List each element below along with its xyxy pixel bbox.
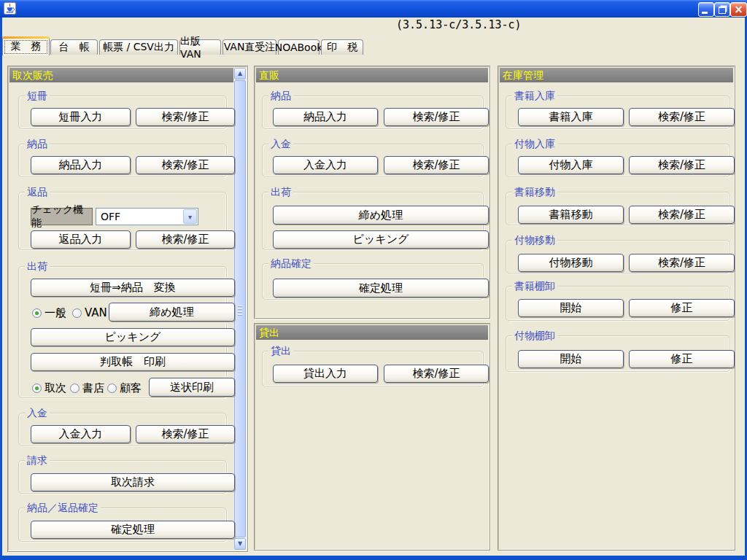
group-label: 入金 [25, 407, 50, 419]
shime-shori-button[interactable]: 締め処理 [109, 303, 235, 322]
radio-van[interactable]: VAN [72, 307, 107, 319]
kakutei-shori-button[interactable]: 確定処理 [273, 279, 489, 298]
group-label: 貸出 [268, 345, 293, 357]
tsukimono-ido-search-edit-button[interactable]: 検索/修正 [629, 254, 735, 272]
version-text: (3.5.13-c/3.5.13-c) [396, 18, 522, 31]
kakutei-shori-button[interactable]: 確定処理 [31, 521, 235, 539]
tanzaku-search-edit-button[interactable]: 検索/修正 [136, 108, 235, 126]
radio-shoten[interactable]: 書店 [70, 382, 104, 394]
combo-selected-value: OFF [101, 211, 120, 222]
tanzaku-input-button[interactable]: 短冊入力 [31, 108, 131, 126]
radio-icon [70, 384, 80, 393]
tsukimono-nyuko-button[interactable]: 付物入庫 [518, 156, 624, 174]
kashidashi-search-edit-button[interactable]: 検索/修正 [384, 365, 489, 383]
henpin-input-button[interactable]: 返品入力 [31, 230, 131, 249]
toritsugi-seikyu-button[interactable]: 取次請求 [31, 473, 235, 491]
shoseki-ido-button[interactable]: 書籍移動 [518, 206, 624, 224]
minimize-icon [702, 12, 708, 14]
application-window: × (3.5.13-c/3.5.13-c) 業 務 台 帳 帳票 / CSV出力… [0, 0, 747, 560]
group-label: 書籍入庫 [512, 90, 557, 102]
group-shoseki-nyuko: 書籍入庫 書籍入庫 検索/修正 [506, 96, 730, 129]
group-label: 納品 [268, 90, 293, 102]
group-nohin: 納品 納品入力 検索/修正 [262, 96, 484, 129]
shoseki-tanaoroshi-edit-button[interactable]: 修正 [629, 299, 735, 317]
chevron-down-icon[interactable]: ▾ [183, 209, 197, 224]
group-nyukin: 入金 入金入力 検索/修正 [18, 413, 227, 446]
panel-title: 在庫管理 [500, 68, 733, 82]
scroll-up-button[interactable]: ▲ [234, 68, 246, 79]
tsukimono-nyuko-search-edit-button[interactable]: 検索/修正 [629, 156, 735, 174]
shoseki-ido-search-edit-button[interactable]: 検索/修正 [629, 206, 735, 224]
radio-kokyaku[interactable]: 顧客 [107, 382, 142, 394]
nohin-input-button[interactable]: 納品入力 [273, 108, 378, 126]
shoseki-nyuko-button[interactable]: 書籍入庫 [518, 108, 624, 126]
tab-label: VAN直受注 [224, 41, 276, 54]
shime-shori-button[interactable]: 締め処理 [273, 206, 489, 225]
panel-zaiko-kanri: 在庫管理 書籍入庫 書籍入庫 検索/修正 付物入庫 付物入庫 検索/修正 書籍移… [498, 66, 735, 551]
group-tanzaku: 短冊 短冊入力 検索/修正 [18, 96, 227, 129]
radio-ippan[interactable]: 一般 [32, 307, 66, 319]
panel-toritsugi-hanbai: 取次販売 ▲ ▼ 短冊 短冊入力 検索/修正 納品 納品入力 検索/修正 返品 … [7, 66, 248, 552]
nohin-input-button[interactable]: 納品入力 [31, 156, 131, 174]
henpin-search-edit-button[interactable]: 検索/修正 [136, 230, 235, 249]
close-icon: × [734, 4, 743, 15]
tsukimono-tanaoroshi-start-button[interactable]: 開始 [518, 350, 624, 368]
radio-icon [107, 384, 117, 393]
tab-gyomu[interactable]: 業 務 [2, 36, 50, 55]
group-label: 書籍棚卸 [512, 280, 557, 292]
maximize-button[interactable] [714, 2, 730, 17]
titlebar[interactable]: × [0, 0, 747, 18]
shoseki-nyuko-search-edit-button[interactable]: 検索/修正 [629, 108, 735, 126]
radio-toritsugi[interactable]: 取次 [32, 382, 66, 394]
group-label: 返品 [25, 186, 50, 198]
check-mode-select[interactable]: OFF ▾ [96, 208, 198, 225]
nyukin-search-edit-button[interactable]: 検索/修正 [136, 425, 235, 443]
group-label: 請求 [25, 454, 50, 467]
scrollbar[interactable]: ▲ ▼ [234, 68, 246, 550]
tsukimono-ido-button[interactable]: 付物移動 [518, 254, 624, 272]
group-label: 付物移動 [512, 234, 557, 246]
group-nohin-kakutei: 納品確定 確定処理 [262, 263, 484, 300]
panel-title: 貸出 [256, 325, 488, 340]
tab-van-chokujuchu[interactable]: VAN直受注 [222, 39, 276, 55]
group-kashidashi: 貸出 貸出入力 検索/修正 [262, 351, 484, 387]
tsukimono-tanaoroshi-edit-button[interactable]: 修正 [629, 350, 735, 368]
tab-inzei[interactable]: 印 税 [321, 39, 363, 55]
tab-choyho-csv[interactable]: 帳票 / CSV出力 [99, 39, 178, 55]
group-shoseki-tanaoroshi: 書籍棚卸 開始 修正 [506, 286, 730, 321]
tab-shuppan-van[interactable]: 出版VAN [179, 39, 221, 55]
group-nohin: 納品 納品入力 検索/修正 [18, 144, 227, 177]
tanzaku-to-nohin-convert-button[interactable]: 短冊⇒納品 変換 [31, 279, 235, 297]
scroll-thumb[interactable] [234, 80, 246, 537]
tab-label: 出版VAN [180, 35, 220, 60]
group-label: 出荷 [25, 260, 50, 273]
nyukin-input-button[interactable]: 入金入力 [31, 425, 131, 443]
tab-label: 帳票 / CSV出力 [103, 41, 174, 54]
picking-button[interactable]: ピッキング [31, 328, 235, 346]
panel-title: 直販 [256, 68, 488, 82]
group-shoseki-ido: 書籍移動 書籍移動 検索/修正 [506, 192, 730, 225]
group-label: 入金 [268, 138, 293, 150]
minimize-button[interactable] [698, 2, 714, 17]
tab-daicho[interactable]: 台 帳 [50, 39, 98, 55]
nyukin-input-button[interactable]: 入金入力 [273, 156, 378, 174]
group-tsukimono-ido: 付物移動 付物移動 検索/修正 [506, 240, 730, 273]
hantoricho-print-button[interactable]: 判取帳 印刷 [31, 353, 235, 371]
scroll-down-button[interactable]: ▼ [234, 538, 246, 550]
picking-button[interactable]: ピッキング [273, 230, 489, 249]
nohin-search-edit-button[interactable]: 検索/修正 [384, 108, 489, 126]
nohin-search-edit-button[interactable]: 検索/修正 [136, 156, 235, 174]
group-label: 書籍移動 [512, 186, 557, 198]
nyukin-search-edit-button[interactable]: 検索/修正 [384, 156, 489, 174]
radio-label: 顧客 [120, 381, 142, 395]
group-tsukimono-nyuko: 付物入庫 付物入庫 検索/修正 [506, 144, 730, 177]
group-label: 納品 [25, 138, 50, 150]
panel-chokuhan: 直販 納品 納品入力 検索/修正 入金 入金入力 検索/修正 出荷 締め処理 ピ… [254, 66, 490, 319]
tab-noabook[interactable]: NOABook [278, 39, 320, 55]
sojo-print-button[interactable]: 送状印刷 [149, 378, 235, 397]
group-seikyu: 請求 取次請求 [18, 460, 227, 494]
close-button[interactable]: × [730, 2, 747, 17]
kashidashi-input-button[interactable]: 貸出入力 [273, 365, 378, 383]
shoseki-tanaoroshi-start-button[interactable]: 開始 [518, 299, 624, 317]
group-label: 付物入庫 [512, 138, 557, 150]
